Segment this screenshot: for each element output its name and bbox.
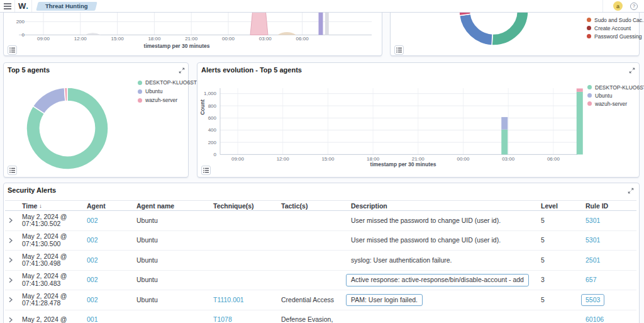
- legend-label: Create Account: [594, 25, 631, 31]
- agent-id-link[interactable]: 002: [87, 236, 98, 244]
- expand-icon[interactable]: [626, 185, 635, 197]
- donut-slice[interactable]: [33, 88, 65, 113]
- stacked-bar-segment[interactable]: [501, 130, 508, 155]
- stacked-bar-segment[interactable]: [577, 88, 583, 91]
- rule-id-link[interactable]: 60106: [586, 315, 604, 323]
- breadcrumb-threat-hunting[interactable]: Threat Hunting: [37, 2, 96, 11]
- navbar-right: a ?: [602, 0, 644, 12]
- legend-toggle-icon[interactable]: [8, 45, 17, 55]
- rule-id-link[interactable]: 5301: [586, 217, 600, 224]
- legend-item[interactable]: DESKTOP-KLUO6ST: [587, 83, 644, 91]
- legend-label: wazuh-server: [145, 97, 177, 103]
- tactic: Defense Evasion,: [279, 316, 349, 323]
- row-expander[interactable]: [5, 310, 20, 323]
- x-tick-label: 15:00: [111, 36, 125, 42]
- alert-time: May 2, 2024 @07:41:30.483: [20, 273, 85, 287]
- legend-item[interactable]: Sudo and Sudo Cac...: [587, 16, 644, 24]
- help-icon[interactable]: ?: [630, 3, 638, 10]
- row-expander[interactable]: [5, 251, 20, 270]
- legend-dot-icon: [587, 101, 592, 106]
- y-tick-label: 0: [22, 32, 25, 38]
- legend-toggle-icon[interactable]: [394, 45, 404, 55]
- legend-dot-icon: [587, 26, 591, 30]
- legend-item[interactable]: Ubuntu: [587, 91, 644, 99]
- legend-dot-icon: [587, 34, 591, 38]
- column-header-time[interactable]: Time↓: [20, 202, 85, 210]
- column-header-technique-s-[interactable]: Technique(s): [211, 202, 279, 210]
- column-header-rule-id[interactable]: Rule ID: [584, 202, 636, 210]
- agent-cell: 002: [85, 257, 135, 264]
- alert-time: May 2, 2024 @07:41:30.498: [20, 253, 85, 268]
- column-header-description[interactable]: Description: [349, 202, 539, 210]
- sort-desc-icon: ↓: [39, 203, 42, 209]
- legend-item[interactable]: Ubuntu: [138, 87, 197, 96]
- rule-id-link[interactable]: 5503: [586, 296, 600, 303]
- legend-dot-icon: [138, 89, 142, 94]
- agent-id-link[interactable]: 001: [87, 315, 98, 323]
- donut-slice[interactable]: [460, 14, 493, 45]
- legend-toggle-icon[interactable]: [201, 166, 211, 175]
- column-header-label: Time: [22, 202, 37, 210]
- alert-level: 5: [539, 237, 584, 244]
- y-tick-label: 0: [214, 152, 217, 157]
- series-bump[interactable]: [277, 32, 296, 35]
- menu-button[interactable]: [0, 0, 15, 12]
- agent-id-link[interactable]: 002: [87, 276, 98, 283]
- technique-link[interactable]: T1110.001: [213, 296, 244, 303]
- alert-description: User missed the password to change UID (…: [349, 217, 539, 225]
- agent-cell: 002: [85, 297, 135, 304]
- legend-item[interactable]: DESKTOP-KLUO6ST: [138, 78, 197, 87]
- y-tick-label: 400: [208, 127, 217, 133]
- alert-level: 5: [539, 297, 584, 304]
- column-header-tactic-s-[interactable]: Tactic(s): [279, 202, 349, 210]
- column-header-agent[interactable]: Agent: [85, 202, 135, 210]
- row-expander[interactable]: [5, 290, 20, 310]
- column-header-label: Agent: [87, 202, 106, 210]
- technique-link[interactable]: T1078: [213, 315, 232, 323]
- column-header-level[interactable]: Level: [539, 202, 584, 210]
- security-alerts-table-body: May 2, 2024 @07:41:30.502002UbuntuUser m…: [5, 211, 636, 323]
- row-expander[interactable]: [5, 271, 20, 290]
- rule-id-link[interactable]: 657: [586, 276, 597, 283]
- agent-cell: 002: [85, 276, 135, 284]
- security-alerts-panel: Security Alerts Time↓AgentAgent nameTech…: [3, 183, 640, 323]
- agent-id-link[interactable]: 002: [87, 256, 98, 264]
- rule-id-cell: 60106: [584, 316, 636, 323]
- table-row: May 2, 2024 @001T1078Defense Evasion,601…: [5, 310, 636, 323]
- rule-id-cell: 5301: [584, 217, 636, 225]
- breadcrumb-label: Threat Hunting: [45, 3, 88, 9]
- legend-item[interactable]: wazuh-server: [138, 96, 197, 105]
- alerts-evolution-svg[interactable]: 09:0012:0015:0018:0021:0000:0003:0006:00…: [197, 63, 639, 177]
- row-expander[interactable]: [5, 211, 20, 230]
- legend-item[interactable]: Create Account: [587, 24, 644, 32]
- top5-agents-panel: Top 5 agents DESKTOP-KLUO6STUbuntuwazuh-…: [3, 62, 189, 178]
- donut-slice[interactable]: [64, 88, 67, 101]
- x-tick-label: 12:00: [277, 156, 290, 162]
- legend-item[interactable]: Password Guessing: [587, 32, 644, 40]
- agent-cell: 002: [85, 217, 135, 225]
- rule-id-cell: 5301: [584, 237, 636, 244]
- y-tick-label: 200: [16, 19, 25, 25]
- agent-id-link[interactable]: 002: [87, 296, 98, 303]
- x-tick-label: 12:00: [74, 36, 87, 42]
- column-header-agent-name[interactable]: Agent name: [135, 202, 211, 210]
- description-text: Active response: active-response/bin/dis…: [346, 274, 529, 286]
- rule-id-link[interactable]: 5301: [586, 236, 600, 244]
- description-text: syslog: User authentication failure.: [351, 256, 452, 264]
- stacked-bar-segment[interactable]: [577, 92, 583, 155]
- legend-toggle-icon[interactable]: [8, 166, 17, 175]
- table-header-row: Time↓AgentAgent nameTechnique(s)Tactic(s…: [5, 200, 636, 211]
- wazuh-logo[interactable]: W.: [15, 0, 32, 12]
- x-tick-label: 03:00: [502, 156, 515, 162]
- column-header-label: Agent name: [136, 202, 174, 210]
- series-bump[interactable]: [84, 33, 101, 35]
- avatar[interactable]: a: [613, 1, 623, 11]
- stacked-bar-segment[interactable]: [501, 117, 508, 130]
- column-header-label: Description: [351, 202, 387, 210]
- x-tick-label: 21:00: [185, 36, 198, 42]
- agent-id-link[interactable]: 002: [87, 217, 98, 224]
- row-expander[interactable]: [5, 231, 20, 251]
- legend-item[interactable]: wazuh-server: [587, 99, 644, 108]
- column-header-label: Tactic(s): [281, 202, 308, 210]
- rule-id-link[interactable]: 2501: [586, 256, 600, 264]
